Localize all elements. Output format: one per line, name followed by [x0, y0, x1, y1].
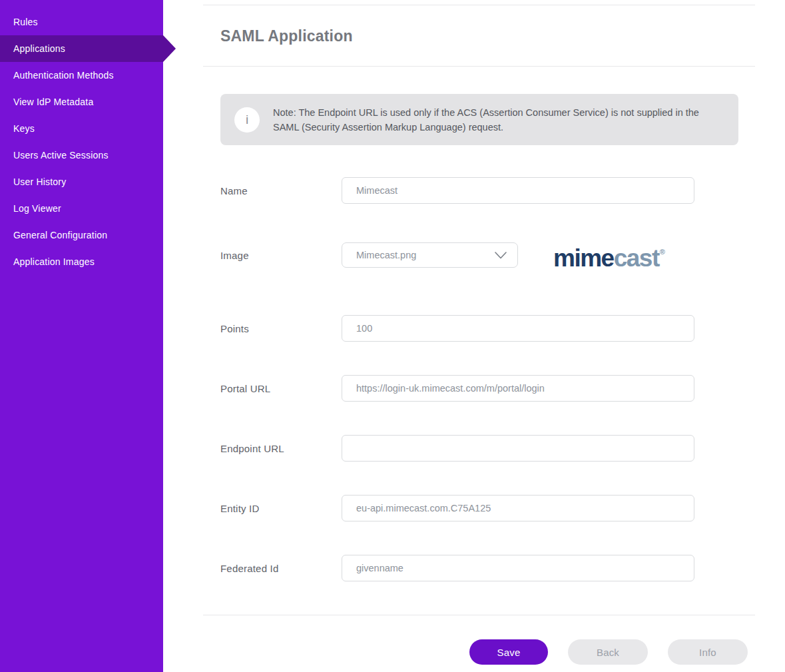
name-input[interactable] [342, 177, 694, 204]
back-button[interactable]: Back [568, 639, 648, 665]
footer-actions: Save Back Info [203, 639, 748, 665]
sidebar-item-application-images[interactable]: Application Images [0, 248, 163, 275]
entity-id-field-label: Entity ID [220, 503, 342, 514]
page-title: SAML Application [220, 27, 755, 45]
form-row-name: Name [220, 177, 755, 204]
sidebar-item-rules[interactable]: Rules [0, 9, 163, 35]
form-row-points: Points [220, 315, 755, 342]
form-row-portal-url: Portal URL [220, 375, 755, 402]
endpoint-url-input[interactable] [342, 435, 694, 462]
info-icon: i [234, 107, 260, 133]
sidebar: Rules Applications Authentication Method… [0, 0, 163, 672]
sidebar-item-log-viewer[interactable]: Log Viewer [0, 195, 163, 222]
note-box: i Note: The Endpoint URL is used only if… [220, 94, 738, 145]
portal-url-field-label: Portal URL [220, 383, 342, 394]
points-field-label: Points [220, 323, 342, 334]
main-content: SAML Application i Note: The Endpoint UR… [163, 0, 785, 672]
saml-application-form: Name Image Mimecast.png mimecast® Points… [203, 177, 755, 581]
entity-id-input[interactable] [342, 495, 694, 521]
image-field-label: Image [220, 250, 342, 261]
sidebar-item-users-active-sessions[interactable]: Users Active Sessions [0, 142, 163, 168]
endpoint-url-field-label: Endpoint URL [220, 443, 342, 454]
mimecast-logo: mimecast® [553, 237, 665, 273]
sidebar-item-applications[interactable]: Applications [0, 35, 176, 62]
title-divider [203, 66, 755, 67]
title-section: SAML Application [203, 5, 755, 66]
info-button[interactable]: Info [668, 639, 748, 665]
save-button[interactable]: Save [469, 639, 548, 665]
form-row-image: Image Mimecast.png mimecast® [220, 237, 755, 273]
form-row-federated-id: Federated Id [220, 555, 755, 581]
image-select[interactable]: Mimecast.png [342, 242, 518, 268]
portal-url-input[interactable] [342, 375, 694, 402]
sidebar-item-general-configuration[interactable]: General Configuration [0, 222, 163, 248]
image-select-value: Mimecast.png [356, 250, 495, 260]
registered-mark-icon: ® [660, 248, 665, 256]
federated-id-input[interactable] [342, 555, 694, 581]
federated-id-field-label: Federated Id [220, 563, 342, 574]
sidebar-item-view-idp-metadata[interactable]: View IdP Metadata [0, 89, 163, 115]
sidebar-item-keys[interactable]: Keys [0, 115, 163, 142]
form-row-entity-id: Entity ID [220, 495, 755, 521]
name-field-label: Name [220, 185, 342, 196]
points-input[interactable] [342, 315, 694, 342]
form-row-endpoint-url: Endpoint URL [220, 435, 755, 462]
sidebar-item-user-history[interactable]: User History [0, 168, 163, 195]
sidebar-item-authentication-methods[interactable]: Authentication Methods [0, 62, 163, 89]
note-text: Note: The Endpoint URL is used only if t… [273, 105, 714, 135]
mimecast-logo-dark-text: mime [553, 244, 614, 272]
footer-divider [203, 615, 755, 615]
mimecast-logo-light-text: cast [614, 244, 659, 272]
chevron-down-icon [495, 252, 507, 259]
